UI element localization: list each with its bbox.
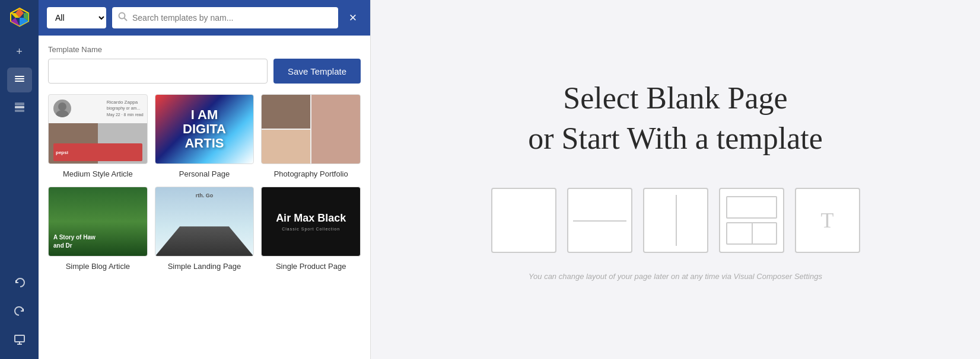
template-name-input[interactable] (48, 59, 268, 84)
search-bar (112, 7, 338, 28)
personal-page-text: I AM DIGITA ARTIS (183, 108, 226, 151)
product-page-sub: Classic Sport Collection (282, 227, 340, 231)
svg-rect-10 (15, 102, 24, 105)
close-icon: × (349, 10, 357, 25)
template-thumb-blog: A Story of Hawand Dr (48, 187, 148, 257)
close-panel-button[interactable]: × (344, 9, 362, 27)
svg-point-16 (119, 13, 125, 19)
text-layout-icon: T (821, 208, 834, 233)
sidebar: + (0, 0, 39, 359)
filter-select[interactable]: All (47, 7, 106, 28)
main-heading: Select Blank Page or Start With a templa… (528, 78, 823, 158)
layout-two-rows-button[interactable] (567, 188, 632, 253)
svg-point-18 (58, 102, 66, 111)
photo-cell-3 (262, 130, 310, 164)
layout-text-button[interactable]: T (795, 188, 860, 253)
photo-cell-2 (311, 95, 360, 164)
template-thumb-product: Air Max Black Classic Sport Collection (261, 187, 361, 257)
template-thumb-medium: Ricardo Zappabiography or am...May 22 · … (48, 94, 148, 164)
svg-line-17 (125, 18, 128, 21)
stack-button[interactable] (7, 96, 32, 121)
template-item-simple-landing-page[interactable]: rth. Go Simple Landing Page (155, 187, 254, 272)
add-element-button[interactable]: + (7, 39, 32, 64)
layout-blank-button[interactable] (491, 188, 556, 253)
svg-rect-13 (15, 335, 24, 342)
stack-icon (14, 101, 26, 116)
svg-rect-11 (15, 106, 24, 108)
save-template-button[interactable]: Save Template (273, 59, 361, 84)
redo-button[interactable] (7, 300, 32, 325)
app-logo (8, 6, 31, 36)
template-item-medium-style-article[interactable]: Ricardo Zappabiography or am...May 22 · … (48, 94, 148, 180)
search-icon (118, 12, 128, 24)
template-label-medium: Medium Style Article (63, 169, 133, 180)
undo-icon (14, 277, 26, 291)
layout-mixed-button[interactable] (719, 188, 784, 253)
save-row: Save Template (48, 59, 361, 84)
layout-two-cols-button[interactable] (643, 188, 708, 253)
template-item-single-product-page[interactable]: Air Max Black Classic Sport Collection S… (261, 187, 361, 272)
plus-icon: + (16, 46, 23, 58)
svg-rect-9 (15, 81, 24, 82)
layers-button[interactable] (7, 68, 32, 92)
svg-rect-12 (15, 110, 24, 112)
template-thumb-photo (261, 94, 361, 164)
search-input[interactable] (132, 13, 332, 23)
panel-body: Template Name Save Template Ricardo Zapp… (39, 36, 370, 359)
svg-rect-8 (15, 78, 24, 79)
photo-cell-1 (262, 95, 310, 129)
main-area: Select Blank Page or Start With a templa… (371, 0, 980, 359)
template-thumb-landing: rth. Go (155, 187, 254, 257)
layers-icon (14, 73, 26, 88)
layout-hint: You can change layout of your page later… (529, 272, 822, 281)
product-page-text: Air Max Black (276, 212, 346, 225)
template-name-label: Template Name (48, 45, 361, 54)
panel-header: All × (39, 0, 370, 36)
template-panel: All × Template Name Save Template (39, 0, 371, 359)
template-thumb-personal: I AM DIGITA ARTIS (155, 94, 254, 164)
template-label-personal: Personal Page (179, 169, 230, 180)
template-item-personal-page[interactable]: I AM DIGITA ARTIS Personal Page (155, 94, 254, 180)
layout-options: T (491, 188, 860, 253)
redo-icon (14, 305, 26, 320)
svg-rect-7 (15, 76, 24, 77)
monitor-icon (14, 334, 26, 348)
template-label-product: Single Product Page (276, 261, 346, 272)
undo-button[interactable] (7, 271, 32, 296)
template-grid: Ricardo Zappabiography or am...May 22 · … (48, 94, 361, 272)
template-label-blog: Simple Blog Article (66, 261, 130, 272)
template-item-simple-blog-article[interactable]: A Story of Hawand Dr Simple Blog Article (48, 187, 148, 272)
device-toggle-button[interactable] (7, 328, 32, 353)
template-label-photo: Photography Portfolio (274, 169, 348, 180)
svg-point-19 (56, 110, 69, 117)
template-item-photography-portfolio[interactable]: Photography Portfolio (261, 94, 361, 180)
template-label-landing: Simple Landing Page (168, 261, 241, 272)
